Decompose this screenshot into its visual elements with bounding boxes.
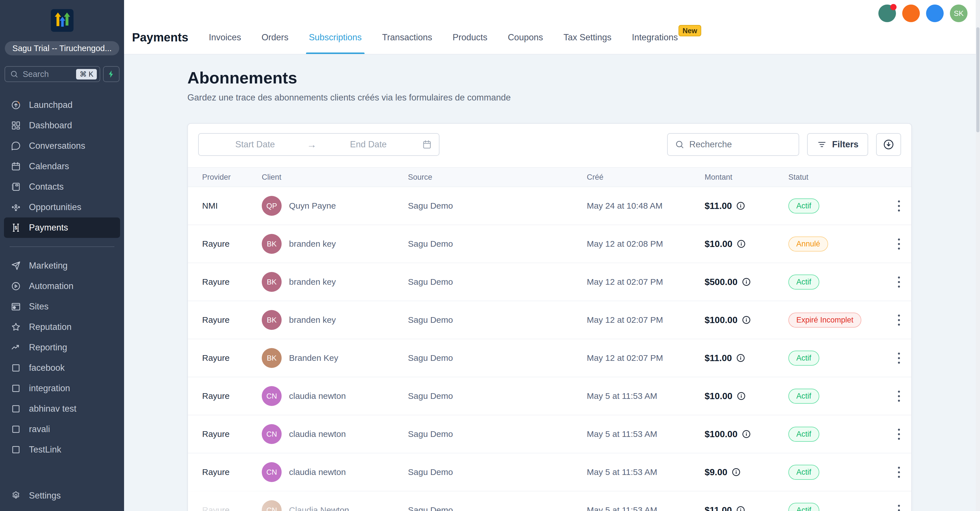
svg-text:$: $ (15, 225, 18, 230)
row-menu-button[interactable] (894, 349, 904, 368)
user-avatar[interactable] (878, 5, 896, 22)
amount-value: $11.00 (705, 353, 732, 363)
client-avatar: CN (262, 500, 282, 511)
tab-orders[interactable]: Orders (261, 32, 288, 54)
status-cell: Expiré Incomplet (788, 312, 886, 328)
sidebar-item-reporting[interactable]: Reporting (4, 337, 120, 358)
sidebar-item-reputation[interactable]: Reputation (4, 317, 120, 337)
created-cell: May 24 at 10:48 AM (587, 201, 705, 211)
provider-cell: Rayure (202, 391, 262, 401)
row-menu-button[interactable] (894, 196, 904, 215)
info-icon[interactable] (736, 353, 746, 363)
tab-coupons[interactable]: Coupons (508, 32, 543, 54)
client-name: Quyn Payne (289, 201, 336, 211)
info-icon[interactable] (737, 391, 746, 401)
info-icon[interactable] (741, 277, 751, 287)
filters-button[interactable]: Filters (807, 133, 868, 156)
arrow-right-icon: → (305, 139, 319, 150)
table-search-input[interactable]: Recherche (667, 133, 799, 156)
row-menu-button[interactable] (894, 272, 904, 291)
start-date-field[interactable]: Start Date (205, 139, 305, 150)
sidebar-item-facebook[interactable]: facebook (4, 358, 120, 378)
status-badge: Actif (788, 274, 819, 290)
sidebar-item-integration[interactable]: integration (4, 378, 120, 399)
sidebar-item-opportunities[interactable]: Opportunities (4, 197, 120, 218)
user-avatar[interactable] (902, 5, 920, 22)
row-menu-button[interactable] (894, 310, 904, 330)
column-header: Créé (587, 173, 705, 182)
client-cell: BK Branden Key (262, 348, 408, 368)
client-avatar: QP (262, 196, 282, 216)
user-avatar[interactable] (926, 5, 943, 22)
sidebar-item-sites[interactable]: Sites (4, 296, 120, 317)
tab-integrations[interactable]: Integrations New (632, 32, 678, 54)
sidebar-item-marketing[interactable]: Marketing (4, 256, 120, 276)
tab-invoices[interactable]: Invoices (208, 32, 241, 54)
user-avatar[interactable]: SK (950, 5, 967, 22)
created-cell: May 12 at 02:07 PM (587, 353, 705, 363)
export-button[interactable] (876, 133, 901, 156)
sidebar-item-settings[interactable]: Settings (4, 486, 120, 506)
tab-products[interactable]: Products (452, 32, 487, 54)
sidebar-item-payments[interactable]: $ Payments (4, 218, 120, 238)
automation-icon (11, 281, 21, 291)
organization-switcher[interactable]: Sagu Trial -- Tiruchengod... (5, 41, 119, 55)
amount-value: $10.00 (705, 391, 732, 401)
table-row: Rayure CN claudia newton Sagu Demo May 5… (188, 415, 911, 454)
contacts-icon (11, 182, 21, 192)
created-cell: May 12 at 02:08 PM (587, 239, 705, 249)
row-menu-button[interactable] (894, 501, 904, 511)
sidebar-item-contacts[interactable]: Contacts (4, 177, 120, 197)
sidebar-item-automation[interactable]: Automation (4, 276, 120, 296)
client-avatar: BK (262, 348, 282, 368)
sidebar-item-label: Conversations (29, 141, 85, 151)
row-menu-button[interactable] (894, 463, 904, 482)
column-header: Montant (705, 173, 788, 182)
info-icon[interactable] (736, 505, 746, 511)
created-cell: May 12 at 02:07 PM (587, 277, 705, 287)
quick-actions-button[interactable] (103, 66, 119, 82)
table-header: ProviderClientSourceCrééMontantStatut (188, 167, 911, 187)
info-icon[interactable] (741, 429, 751, 439)
page-scrollbar[interactable] (976, 0, 980, 511)
tab-tax-settings[interactable]: Tax Settings (563, 32, 611, 54)
sidebar-item-calendars[interactable]: Calendars (4, 156, 120, 177)
status-badge: Expiré Incomplet (788, 312, 861, 328)
created-cell: May 12 at 02:07 PM (587, 315, 705, 325)
subscriptions-card: Start Date → End Date Recherche Filters (188, 123, 912, 511)
sidebar-search-input[interactable]: Search ⌘ K (5, 66, 100, 82)
sidebar-item-label: Sites (29, 301, 49, 312)
sidebar-item-ravali[interactable]: ravali (4, 419, 120, 439)
tab-transactions[interactable]: Transactions (382, 32, 432, 54)
source-cell: Sagu Demo (408, 239, 587, 249)
amount-cell: $100.00 (705, 315, 788, 325)
sidebar-item-label: Settings (29, 490, 61, 501)
sidebar-item-testlink[interactable]: TestLink (4, 439, 120, 460)
info-icon[interactable] (736, 201, 746, 211)
sidebar-item-abhinav-test[interactable]: abhinav test (4, 399, 120, 419)
client-avatar: BK (262, 272, 282, 292)
tab-subscriptions[interactable]: Subscriptions (309, 32, 362, 54)
calendars-icon (11, 161, 21, 172)
sidebar-item-conversations[interactable]: Conversations (4, 136, 120, 156)
row-menu-button[interactable] (894, 234, 904, 253)
column-header: Statut (788, 173, 886, 182)
calendar-icon (422, 139, 432, 150)
status-badge: Actif (788, 350, 819, 366)
client-name: claudia newton (289, 429, 346, 439)
sidebar-item-label: Calendars (29, 161, 69, 172)
sidebar-item-dashboard[interactable]: Dashboard (4, 115, 120, 136)
end-date-field[interactable]: End Date (319, 139, 418, 150)
info-icon[interactable] (731, 467, 741, 477)
sidebar-item-launchpad[interactable]: Launchpad (4, 95, 120, 115)
row-menu-button[interactable] (894, 387, 904, 406)
info-icon[interactable] (741, 315, 751, 325)
info-icon[interactable] (737, 239, 746, 249)
amount-cell: $11.00 (705, 353, 788, 363)
row-menu-button[interactable] (894, 425, 904, 444)
date-range-picker[interactable]: Start Date → End Date (198, 133, 439, 156)
client-name: claudia newton (289, 391, 346, 401)
sidebar-nav-primary: Launchpad Dashboard Conversations Calend… (0, 95, 124, 238)
scrollbar-thumb[interactable] (976, 27, 980, 132)
sites-icon (11, 301, 21, 312)
